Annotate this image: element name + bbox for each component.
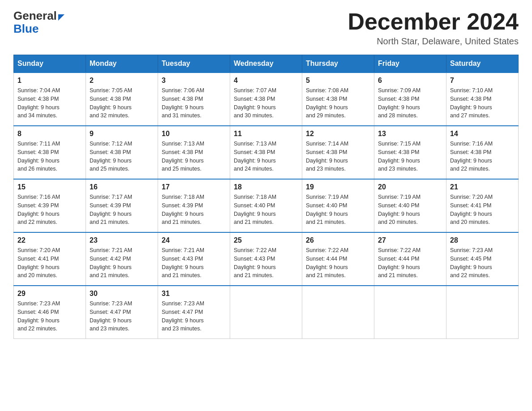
weekday-header-thursday: Thursday bbox=[302, 55, 374, 73]
day-number: 11 bbox=[234, 130, 298, 138]
day-cell-20: 20 Sunrise: 7:19 AM Sunset: 4:40 PM Dayl… bbox=[374, 179, 446, 232]
day-info: Sunrise: 7:07 AM Sunset: 4:38 PM Dayligh… bbox=[234, 86, 298, 120]
day-info: Sunrise: 7:22 AM Sunset: 4:43 PM Dayligh… bbox=[234, 246, 298, 280]
page-header: General Blue December 2024 North Star, D… bbox=[13, 9, 519, 47]
day-info: Sunrise: 7:21 AM Sunset: 4:42 PM Dayligh… bbox=[90, 246, 154, 280]
day-number: 10 bbox=[162, 130, 226, 138]
week-row-2: 8 Sunrise: 7:11 AM Sunset: 4:38 PM Dayli… bbox=[14, 126, 519, 179]
day-info: Sunrise: 7:18 AM Sunset: 4:40 PM Dayligh… bbox=[234, 193, 298, 227]
day-number: 15 bbox=[17, 183, 82, 191]
empty-cell bbox=[302, 286, 374, 339]
day-number: 13 bbox=[378, 130, 442, 138]
day-number: 30 bbox=[90, 290, 154, 298]
day-cell-17: 17 Sunrise: 7:18 AM Sunset: 4:39 PM Dayl… bbox=[158, 179, 230, 232]
week-row-3: 15 Sunrise: 7:16 AM Sunset: 4:39 PM Dayl… bbox=[14, 179, 519, 232]
day-cell-9: 9 Sunrise: 7:12 AM Sunset: 4:38 PM Dayli… bbox=[86, 126, 158, 179]
day-info: Sunrise: 7:09 AM Sunset: 4:38 PM Dayligh… bbox=[378, 86, 442, 120]
day-number: 25 bbox=[234, 236, 298, 244]
day-cell-3: 3 Sunrise: 7:06 AM Sunset: 4:38 PM Dayli… bbox=[158, 73, 230, 126]
day-number: 24 bbox=[162, 236, 226, 244]
weekday-header-wednesday: Wednesday bbox=[230, 55, 302, 73]
calendar-subtitle: North Star, Delaware, United States bbox=[348, 36, 519, 47]
week-row-1: 1 Sunrise: 7:04 AM Sunset: 4:38 PM Dayli… bbox=[14, 73, 519, 126]
day-number: 17 bbox=[162, 183, 226, 191]
day-number: 8 bbox=[17, 130, 82, 138]
day-info: Sunrise: 7:16 AM Sunset: 4:39 PM Dayligh… bbox=[17, 193, 82, 227]
logo-general-text: General bbox=[13, 9, 57, 23]
day-number: 23 bbox=[90, 236, 154, 244]
day-info: Sunrise: 7:18 AM Sunset: 4:39 PM Dayligh… bbox=[162, 193, 226, 227]
day-cell-28: 28 Sunrise: 7:23 AM Sunset: 4:45 PM Dayl… bbox=[446, 232, 519, 286]
day-number: 9 bbox=[90, 130, 154, 138]
day-cell-5: 5 Sunrise: 7:08 AM Sunset: 4:38 PM Dayli… bbox=[302, 73, 374, 126]
day-info: Sunrise: 7:20 AM Sunset: 4:41 PM Dayligh… bbox=[17, 246, 82, 280]
weekday-header-sunday: Sunday bbox=[14, 55, 86, 73]
day-number: 19 bbox=[306, 183, 370, 191]
day-cell-22: 22 Sunrise: 7:20 AM Sunset: 4:41 PM Dayl… bbox=[14, 232, 86, 286]
day-info: Sunrise: 7:22 AM Sunset: 4:44 PM Dayligh… bbox=[378, 246, 442, 280]
day-number: 16 bbox=[90, 183, 154, 191]
day-info: Sunrise: 7:13 AM Sunset: 4:38 PM Dayligh… bbox=[234, 140, 298, 173]
day-cell-18: 18 Sunrise: 7:18 AM Sunset: 4:40 PM Dayl… bbox=[230, 179, 302, 232]
day-info: Sunrise: 7:04 AM Sunset: 4:38 PM Dayligh… bbox=[17, 86, 82, 120]
day-info: Sunrise: 7:23 AM Sunset: 4:47 PM Dayligh… bbox=[162, 300, 226, 333]
day-number: 18 bbox=[234, 183, 298, 191]
day-number: 26 bbox=[306, 236, 370, 244]
empty-cell bbox=[446, 286, 519, 339]
empty-cell bbox=[374, 286, 446, 339]
day-info: Sunrise: 7:13 AM Sunset: 4:38 PM Dayligh… bbox=[162, 140, 226, 173]
day-cell-10: 10 Sunrise: 7:13 AM Sunset: 4:38 PM Dayl… bbox=[158, 126, 230, 179]
calendar-table: SundayMondayTuesdayWednesdayThursdayFrid… bbox=[13, 55, 519, 339]
day-info: Sunrise: 7:23 AM Sunset: 4:47 PM Dayligh… bbox=[90, 300, 154, 333]
weekday-header-monday: Monday bbox=[86, 55, 158, 73]
day-info: Sunrise: 7:15 AM Sunset: 4:38 PM Dayligh… bbox=[378, 140, 442, 173]
day-cell-23: 23 Sunrise: 7:21 AM Sunset: 4:42 PM Dayl… bbox=[86, 232, 158, 286]
day-cell-15: 15 Sunrise: 7:16 AM Sunset: 4:39 PM Dayl… bbox=[14, 179, 86, 232]
weekday-header-tuesday: Tuesday bbox=[158, 55, 230, 73]
logo-blue-text: Blue bbox=[13, 22, 39, 36]
day-cell-1: 1 Sunrise: 7:04 AM Sunset: 4:38 PM Dayli… bbox=[14, 73, 86, 126]
day-cell-7: 7 Sunrise: 7:10 AM Sunset: 4:38 PM Dayli… bbox=[446, 73, 519, 126]
day-number: 20 bbox=[378, 183, 442, 191]
weekday-header-row: SundayMondayTuesdayWednesdayThursdayFrid… bbox=[14, 55, 519, 73]
weekday-header-saturday: Saturday bbox=[446, 55, 519, 73]
day-cell-4: 4 Sunrise: 7:07 AM Sunset: 4:38 PM Dayli… bbox=[230, 73, 302, 126]
day-cell-14: 14 Sunrise: 7:16 AM Sunset: 4:38 PM Dayl… bbox=[446, 126, 519, 179]
day-cell-19: 19 Sunrise: 7:19 AM Sunset: 4:40 PM Dayl… bbox=[302, 179, 374, 232]
day-info: Sunrise: 7:16 AM Sunset: 4:38 PM Dayligh… bbox=[450, 140, 515, 173]
day-info: Sunrise: 7:19 AM Sunset: 4:40 PM Dayligh… bbox=[378, 193, 442, 227]
day-cell-13: 13 Sunrise: 7:15 AM Sunset: 4:38 PM Dayl… bbox=[374, 126, 446, 179]
title-block: December 2024 North Star, Delaware, Unit… bbox=[348, 9, 519, 47]
week-row-4: 22 Sunrise: 7:20 AM Sunset: 4:41 PM Dayl… bbox=[14, 232, 519, 286]
day-cell-8: 8 Sunrise: 7:11 AM Sunset: 4:38 PM Dayli… bbox=[14, 126, 86, 179]
day-number: 7 bbox=[450, 77, 515, 85]
day-info: Sunrise: 7:12 AM Sunset: 4:38 PM Dayligh… bbox=[90, 140, 154, 173]
day-cell-29: 29 Sunrise: 7:23 AM Sunset: 4:46 PM Dayl… bbox=[14, 286, 86, 339]
day-info: Sunrise: 7:21 AM Sunset: 4:43 PM Dayligh… bbox=[162, 246, 226, 280]
day-cell-25: 25 Sunrise: 7:22 AM Sunset: 4:43 PM Dayl… bbox=[230, 232, 302, 286]
day-number: 2 bbox=[90, 77, 154, 85]
calendar-title: December 2024 bbox=[348, 9, 519, 34]
day-cell-11: 11 Sunrise: 7:13 AM Sunset: 4:38 PM Dayl… bbox=[230, 126, 302, 179]
day-cell-6: 6 Sunrise: 7:09 AM Sunset: 4:38 PM Dayli… bbox=[374, 73, 446, 126]
day-number: 29 bbox=[17, 290, 82, 298]
day-number: 1 bbox=[17, 77, 82, 85]
day-cell-21: 21 Sunrise: 7:20 AM Sunset: 4:41 PM Dayl… bbox=[446, 179, 519, 232]
day-info: Sunrise: 7:17 AM Sunset: 4:39 PM Dayligh… bbox=[90, 193, 154, 227]
day-info: Sunrise: 7:11 AM Sunset: 4:38 PM Dayligh… bbox=[17, 140, 82, 173]
day-info: Sunrise: 7:08 AM Sunset: 4:38 PM Dayligh… bbox=[306, 86, 370, 120]
day-number: 27 bbox=[378, 236, 442, 244]
day-number: 3 bbox=[162, 77, 226, 85]
day-info: Sunrise: 7:14 AM Sunset: 4:38 PM Dayligh… bbox=[306, 140, 370, 173]
day-info: Sunrise: 7:20 AM Sunset: 4:41 PM Dayligh… bbox=[450, 193, 515, 227]
day-cell-26: 26 Sunrise: 7:22 AM Sunset: 4:44 PM Dayl… bbox=[302, 232, 374, 286]
day-number: 22 bbox=[17, 236, 82, 244]
day-info: Sunrise: 7:06 AM Sunset: 4:38 PM Dayligh… bbox=[162, 86, 226, 120]
empty-cell bbox=[230, 286, 302, 339]
day-info: Sunrise: 7:23 AM Sunset: 4:46 PM Dayligh… bbox=[17, 300, 82, 333]
day-cell-24: 24 Sunrise: 7:21 AM Sunset: 4:43 PM Dayl… bbox=[158, 232, 230, 286]
day-number: 14 bbox=[450, 130, 515, 138]
day-number: 5 bbox=[306, 77, 370, 85]
day-number: 31 bbox=[162, 290, 226, 298]
day-info: Sunrise: 7:22 AM Sunset: 4:44 PM Dayligh… bbox=[306, 246, 370, 280]
